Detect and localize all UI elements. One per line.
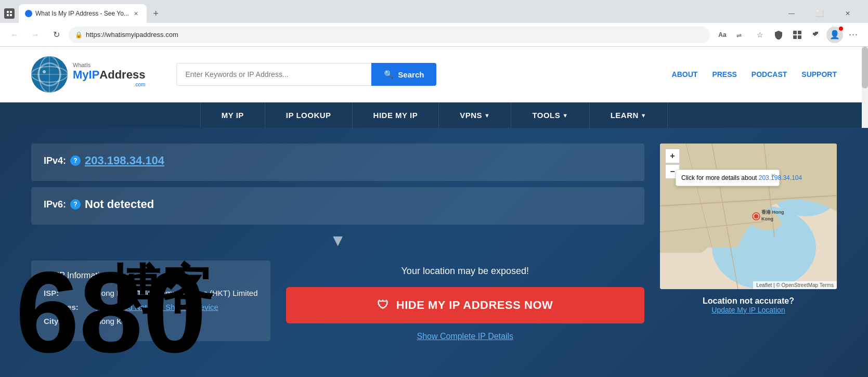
nav-item-my-ip[interactable]: MY IP [200,102,265,128]
svg-rect-9 [798,35,801,39]
ipv6-not-detected-text: Not detected [85,198,154,211]
nav-item-learn[interactable]: LEARN ▼ [590,102,668,128]
lock-icon: 🔒 [75,31,83,38]
svg-rect-7 [798,31,801,34]
header-nav-press[interactable]: PRESS [712,70,736,79]
learn-arrow-icon: ▼ [641,112,646,119]
browser-icon [4,8,15,19]
svg-rect-1 [7,11,9,13]
map-zoom-in-button[interactable]: + [665,149,680,163]
tab-favicon [25,10,32,17]
ipv4-label-text: IPv4: [44,155,66,166]
ipv6-label-text: IPv6: [44,199,66,210]
more-options-button[interactable]: ··· [845,27,862,43]
logo-text-dotcom: .com [73,82,145,87]
svg-rect-3 [7,14,9,16]
svg-text:⇌: ⇌ [736,32,742,39]
translate-button[interactable]: ⇌ [733,27,749,43]
vpns-arrow-icon: ▼ [484,112,490,119]
ipv6-help-button[interactable]: ? [70,199,81,210]
action-box: Your location may be exposed! 🛡 HIDE MY … [286,261,644,341]
logo-text-myip: MyIP [73,68,99,82]
map-attribution: Leaflet | © OpenStreetMap Terms [753,281,837,289]
update-location-link[interactable]: Update My IP Location [660,306,837,314]
active-tab[interactable]: What Is My IP Address - See Yo... ✕ [19,4,147,23]
nav-label-my-ip: MY IP [222,111,244,120]
main-navigation: MY IP IP LOOKUP HIDE MY IP VPNS ▼ TOOLS … [0,102,868,128]
logo-text-whatis: WhatIs [73,62,145,68]
collections-button[interactable] [789,27,806,43]
ipv4-address-link[interactable]: 203.198.34.104 [85,154,164,167]
map-container[interactable]: 香港 Hong Kong + − ✕ Click for more detail… [660,144,837,289]
svg-rect-6 [793,31,797,34]
ipv6-section: IPv6: ? Not detected [31,187,644,225]
search-icon: 🔍 [384,70,394,79]
hide-ip-label: HIDE MY IP ADDRESS NOW [396,298,553,312]
shield-button[interactable] [770,27,787,43]
nav-item-vpns[interactable]: VPNS ▼ [439,102,511,128]
search-input[interactable] [176,63,371,86]
location-warning-text: Your location may be exposed! [401,266,529,277]
maximize-button[interactable]: ⬜ [808,6,832,21]
back-button[interactable]: ← [6,27,23,43]
header-nav-about[interactable]: ABOUT [672,70,698,79]
ipv4-label-row: IPv4: ? 203.198.34.104 [44,154,632,167]
extensions-button[interactable] [808,27,824,43]
svg-text:Kong: Kong [761,216,773,222]
map-svg: 香港 Hong Kong [660,144,837,289]
nav-item-tools[interactable]: TOOLS ▼ [511,102,589,128]
forward-button[interactable]: → [27,27,44,43]
logo-text-address: Address [99,68,145,82]
new-tab-button[interactable]: + [149,6,163,21]
nav-label-learn: LEARN [611,111,639,120]
reader-view-button[interactable]: Aa [714,27,731,43]
site-header: WhatIs MyIP Address .com 🔍 Search ABOUT … [0,47,868,102]
reload-button[interactable]: ↻ [48,27,64,43]
nav-item-hide-my-ip[interactable]: HIDE MY IP [353,102,439,128]
logo-globe-icon [31,56,68,93]
svg-point-15 [43,70,46,73]
map-panel: 香港 Hong Kong + − ✕ Click for more detail… [660,144,837,362]
address-text: https://whatismyipaddress.com [86,31,178,38]
map-tooltip-text: Click for more details about [681,174,759,181]
ipv4-section: IPv4: ? 203.198.34.104 [31,144,644,181]
search-button[interactable]: 🔍 Search [371,63,436,86]
nav-label-hide-my-ip: HIDE MY IP [373,111,418,120]
svg-rect-0 [6,10,13,17]
location-not-accurate-text: Location not accurate? [660,296,837,306]
close-button[interactable]: ✕ [836,6,860,21]
svg-rect-2 [10,11,12,13]
favorites-button[interactable]: ☆ [752,27,768,43]
main-content: 680 博客 IPv4: ? 203.198.34.104 IPv6: ? No… [0,128,868,377]
svg-point-24 [754,214,758,218]
map-tooltip-close-button[interactable]: ✕ [771,172,776,179]
site-logo[interactable]: WhatIs MyIP Address .com [31,56,145,93]
nav-label-vpns: VPNS [460,111,482,120]
profile-button[interactable]: 👤 [826,27,843,43]
profile-notification-dot [839,27,843,31]
minimize-button[interactable]: — [780,6,804,21]
nav-label-tools: TOOLS [532,111,560,120]
scrollbar-thumb[interactable] [862,47,868,88]
svg-text:香港 Hong: 香港 Hong [761,210,784,215]
address-bar: ← → ↻ 🔒 https://whatismyipaddress.com Aa… [0,23,868,47]
show-details-link[interactable]: Show Complete IP Details [417,332,513,341]
header-nav-support[interactable]: SUPPORT [801,70,837,79]
tools-arrow-icon: ▼ [562,112,568,119]
map-tooltip-ip-link[interactable]: 203.198.34.104 [759,174,802,181]
search-area: 🔍 Search [176,63,436,86]
address-field[interactable]: 🔒 https://whatismyipaddress.com [69,27,710,43]
header-nav: ABOUT PRESS PODCAST SUPPORT [672,70,837,79]
header-nav-podcast[interactable]: PODCAST [752,70,787,79]
tab-close-button[interactable]: ✕ [132,9,140,18]
svg-rect-4 [10,14,12,16]
ipv4-help-button[interactable]: ? [70,155,81,166]
shield-icon: 🛡 [377,298,389,312]
map-tooltip: ✕ Click for more details about 203.198.3… [676,170,780,186]
search-button-label: Search [398,70,424,79]
nav-item-ip-lookup[interactable]: IP LOOKUP [265,102,353,128]
hide-ip-button[interactable]: 🛡 HIDE MY IP ADDRESS NOW [286,287,644,323]
arrow-down-icon: ▼ [31,231,644,250]
nav-label-ip-lookup: IP LOOKUP [286,111,331,120]
tab-title: What Is My IP Address - See Yo... [35,10,129,17]
